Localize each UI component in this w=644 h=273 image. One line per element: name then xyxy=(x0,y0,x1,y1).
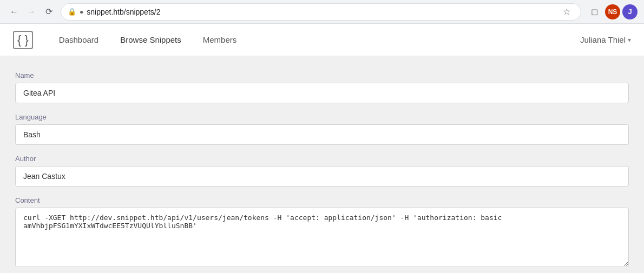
username-label: Juliana Thiel xyxy=(580,35,626,44)
page-content: Name Language Author Content curl -XGET … xyxy=(0,56,644,273)
name-section: Name xyxy=(15,71,629,103)
reload-button[interactable]: ⟳ xyxy=(41,4,56,19)
bookmark-button[interactable]: ☆ xyxy=(559,4,574,19)
forward-button[interactable]: → xyxy=(24,4,39,19)
address-bar[interactable]: 🔒 ● ☆ xyxy=(61,3,581,21)
language-label: Language xyxy=(15,113,629,121)
browser-chrome: ← → ⟳ 🔒 ● ☆ ◻ NS J xyxy=(0,0,644,24)
user-extension-icon[interactable]: J xyxy=(622,4,638,19)
content-label: Content xyxy=(15,196,629,204)
pocket-button[interactable]: ◻ xyxy=(586,3,603,21)
no-script-icon[interactable]: NS xyxy=(605,4,620,19)
author-input[interactable] xyxy=(15,166,629,187)
nav-dashboard[interactable]: Dashboard xyxy=(50,31,107,49)
nav-members[interactable]: Members xyxy=(194,31,246,49)
content-textarea[interactable]: curl -XGET http://dev.snippet.htb/api/v1… xyxy=(15,208,629,267)
url-input[interactable] xyxy=(87,8,556,16)
user-menu[interactable]: Juliana Thiel ▾ xyxy=(580,35,631,44)
app-logo: { } xyxy=(13,31,33,49)
favicon-icon: ● xyxy=(80,8,83,16)
nav-links: Dashboard Browse Snippets Members xyxy=(50,31,567,49)
back-button[interactable]: ← xyxy=(6,4,22,19)
browser-actions: ◻ NS J xyxy=(586,3,638,21)
content-section: Content curl -XGET http://dev.snippet.ht… xyxy=(15,196,629,269)
name-label: Name xyxy=(15,71,629,79)
nav-buttons: ← → ⟳ xyxy=(6,4,56,19)
nav-browse-snippets[interactable]: Browse Snippets xyxy=(111,31,190,49)
security-icon: 🔒 xyxy=(68,8,76,16)
author-label: Author xyxy=(15,155,629,163)
language-input[interactable] xyxy=(15,124,629,145)
app-navbar: { } Dashboard Browse Snippets Members Ju… xyxy=(0,24,644,56)
name-input[interactable] xyxy=(15,83,629,103)
chevron-down-icon: ▾ xyxy=(628,36,631,44)
author-section: Author xyxy=(15,155,629,187)
language-section: Language xyxy=(15,113,629,145)
